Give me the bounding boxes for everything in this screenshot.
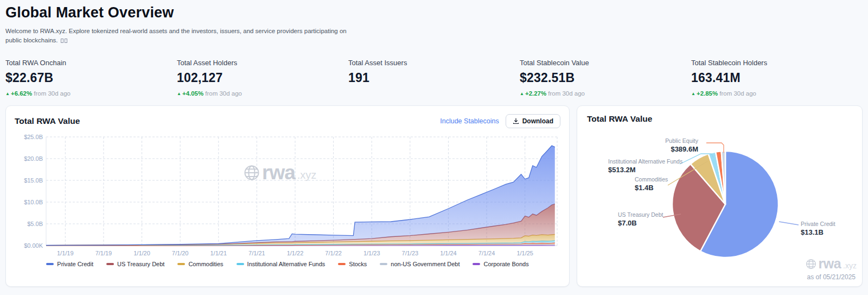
legend-item-non-us-government-debt[interactable]: non-US Government Debt	[380, 261, 459, 267]
chart-card-title: Total RWA Value	[15, 116, 80, 126]
stat-total-rwa-onchain: Total RWA Onchain $22.67B ▲+6.62%from 30…	[5, 59, 177, 97]
svg-text:$10.0B: $10.0B	[24, 199, 43, 205]
stat-label: Total RWA Onchain	[5, 59, 177, 67]
svg-text:$5.0B: $5.0B	[27, 221, 43, 227]
stat-label: Total Asset Issuers	[348, 59, 520, 67]
legend-item-commodities[interactable]: Commodities	[177, 261, 223, 267]
legend-item-stocks[interactable]: Stocks	[338, 261, 367, 267]
delta-up-icon: ▲	[177, 91, 181, 96]
total-rwa-value-pie-card: Total RWA Value Public Equity $389.6M In…	[577, 105, 863, 287]
pie-label-commodities: Commodities $1.4B	[635, 176, 668, 192]
legend-item-us-treasury-debt[interactable]: US Treasury Debt	[106, 261, 164, 267]
stat-delta: ▲+2.27%from 30d ago	[520, 90, 691, 97]
svg-text:7/1/19: 7/1/19	[95, 250, 112, 256]
legend-swatch	[338, 263, 346, 265]
stat-value: 102,127	[177, 71, 348, 85]
stat-label: Total Stablecoin Value	[520, 59, 691, 67]
svg-text:$0.00K: $0.00K	[24, 242, 43, 249]
legend-swatch	[106, 263, 114, 265]
rwa-watermark: rwa.xyz	[806, 256, 857, 272]
page-header: Global Market Overview Welcome to RWA.xy…	[5, 4, 863, 45]
svg-text:7/1/24: 7/1/24	[478, 250, 495, 256]
stat-value: 163.41M	[691, 71, 863, 85]
svg-text:7/1/20: 7/1/20	[172, 250, 189, 256]
pie-card-title: Total RWA Value	[587, 114, 852, 124]
pie-label-institutional-alternative-funds: Institutional Alternative Funds $513.2M	[608, 158, 682, 174]
stat-total-stablecoin-value: Total Stablecoin Value $232.51B ▲+2.27%f…	[520, 59, 691, 97]
legend-swatch	[177, 263, 185, 265]
legend-swatch	[46, 263, 54, 265]
svg-text:$15.0B: $15.0B	[24, 177, 43, 184]
stacked-area-chart[interactable]: $0.00K$5.0B$10.0B$15.0B$20.0B$25.0B1/1/1…	[15, 133, 560, 259]
stat-total-asset-holders: Total Asset Holders 102,127 ▲+4.05%from …	[177, 59, 348, 97]
delta-up-icon: ▲	[520, 91, 524, 96]
legend-swatch	[473, 263, 480, 265]
pie-chart[interactable]	[666, 145, 785, 264]
stats-row: Total RWA Onchain $22.67B ▲+6.62%from 30…	[5, 59, 863, 97]
legend-swatch	[237, 263, 244, 265]
legend-swatch	[380, 263, 387, 265]
stat-delta: ▲+6.62%from 30d ago	[5, 90, 177, 97]
legend-item-private-credit[interactable]: Private Credit	[46, 261, 93, 267]
svg-text:1/1/25: 1/1/25	[516, 250, 533, 256]
svg-text:1/1/24: 1/1/24	[440, 250, 457, 256]
stat-total-stablecoin-holders: Total Stablecoin Holders 163.41M ▲+2.85%…	[691, 59, 863, 97]
total-rwa-value-chart-card: Total RWA Value Include Stablecoins Down…	[5, 105, 570, 287]
chart-legend: Private CreditUS Treasury DebtCommoditie…	[15, 261, 560, 267]
stat-delta	[348, 90, 520, 97]
pie-label-private-credit: Private Credit $13.1B	[801, 221, 835, 236]
delta-up-icon: ▲	[5, 91, 10, 96]
stat-value: $22.67B	[5, 71, 177, 85]
stat-value: $232.51B	[520, 71, 691, 85]
svg-text:1/1/23: 1/1/23	[363, 250, 380, 256]
page-subtitle: Welcome to RWA.xyz. Explore tokenized re…	[5, 27, 357, 45]
download-button[interactable]: Download	[506, 114, 560, 128]
include-stablecoins-link[interactable]: Include Stablecoins	[440, 117, 499, 125]
delta-up-icon: ▲	[691, 91, 695, 96]
globe-icon	[806, 259, 816, 269]
svg-text:1/1/19: 1/1/19	[57, 250, 74, 256]
as-of-date: as of 05/21/2025	[807, 273, 856, 281]
stat-total-asset-issuers: Total Asset Issuers 191	[348, 59, 520, 97]
legend-item-institutional-alternative-funds[interactable]: Institutional Alternative Funds	[237, 261, 326, 267]
stat-label: Total Stablecoin Holders	[691, 59, 863, 67]
svg-text:7/1/22: 7/1/22	[325, 250, 342, 256]
download-icon	[513, 118, 519, 124]
svg-text:1/1/21: 1/1/21	[210, 250, 227, 256]
stat-delta: ▲+2.85%from 30d ago	[691, 90, 863, 97]
missing-glyph-icon	[60, 37, 67, 43]
svg-text:1/1/22: 1/1/22	[287, 250, 304, 256]
stat-delta: ▲+4.05%from 30d ago	[177, 90, 348, 97]
svg-text:7/1/21: 7/1/21	[248, 250, 265, 256]
legend-item-corporate-bonds[interactable]: Corporate Bonds	[473, 261, 528, 267]
pie-label-us-treasury-debt: US Treasury Debt $7.0B	[618, 211, 663, 227]
svg-text:$25.0B: $25.0B	[24, 134, 43, 140]
pie-label-public-equity: Public Equity $389.6M	[665, 137, 698, 153]
svg-text:$20.0B: $20.0B	[24, 155, 43, 162]
stat-value: 191	[348, 71, 520, 85]
svg-text:7/1/23: 7/1/23	[402, 250, 419, 256]
page-title: Global Market Overview	[5, 4, 863, 21]
svg-text:1/1/20: 1/1/20	[133, 250, 150, 256]
stat-label: Total Asset Holders	[177, 59, 348, 67]
